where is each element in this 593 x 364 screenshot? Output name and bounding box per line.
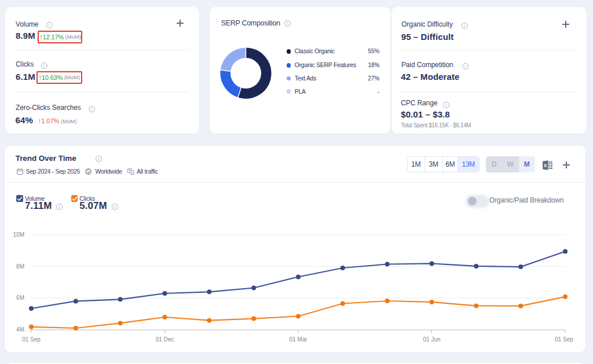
svg-text:X: X [544,162,547,168]
